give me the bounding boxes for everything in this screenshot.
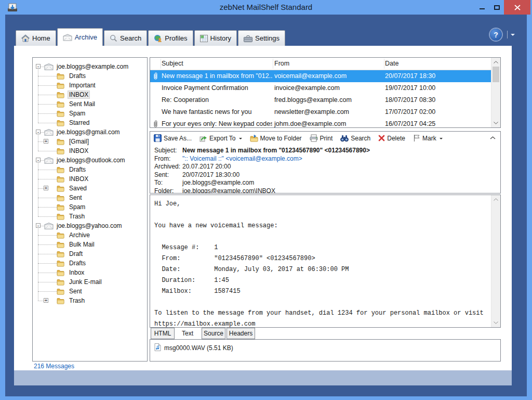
tab-profiles[interactable]: Profiles: [148, 30, 193, 46]
search-binoculars-icon: [340, 135, 349, 142]
message-row[interactable]: Invoice Payment Confirmationinvoice@exam…: [150, 82, 491, 94]
view-tab-text[interactable]: Text: [176, 328, 200, 339]
export-icon: [200, 134, 207, 142]
mark-button[interactable]: Mark: [413, 134, 443, 142]
header-field-value: 20.07.2017 20:00: [182, 163, 231, 170]
collapse-expander-icon[interactable]: -: [36, 64, 41, 69]
folder-row[interactable]: Sent Mail: [33, 99, 147, 109]
folder-row[interactable]: Draft: [33, 249, 147, 259]
header-field-label: To:: [150, 179, 182, 186]
folder-row[interactable]: INBOX: [33, 146, 147, 156]
archive-envelope-icon: [63, 34, 72, 41]
folder-row[interactable]: +Trash: [33, 296, 147, 305]
minimize-button[interactable]: [475, 0, 489, 15]
attachment-item[interactable]: msg0000.WAV (5.51 KB): [164, 344, 233, 352]
message-row[interactable]: New message 1 in mailbox from "012...voi…: [150, 70, 491, 82]
dropdown-caret-icon[interactable]: [440, 138, 443, 141]
folder-row[interactable]: Archive: [33, 230, 147, 240]
tab-home[interactable]: Home: [16, 30, 56, 46]
folder-row[interactable]: Drafts: [33, 165, 147, 174]
message-body-scrollbar[interactable]: [491, 195, 500, 327]
view-tab-source[interactable]: Source: [202, 328, 225, 339]
scroll-down-icon[interactable]: [491, 119, 500, 127]
folder-row[interactable]: Drafts: [33, 71, 147, 81]
message-row[interactable]: We have fantastic news for younewsletter…: [150, 106, 491, 118]
folder-row[interactable]: Important: [33, 81, 147, 90]
move-to-folder-button[interactable]: Move to Folder: [250, 135, 302, 142]
folder-row[interactable]: Sent: [33, 193, 147, 202]
scroll-up-icon[interactable]: [491, 196, 500, 203]
dropdown-caret-icon[interactable]: [239, 138, 242, 141]
close-button[interactable]: [504, 0, 530, 15]
main-tab-bar: HomeArchiveSearchProfilesHistorySettings: [16, 28, 286, 46]
folder-row[interactable]: INBOX: [33, 174, 147, 184]
folder-row[interactable]: Drafts: [33, 259, 147, 268]
account-group: -joe.bloggs@yahoo.comArchiveBulk MailDra…: [33, 221, 147, 305]
tree-connector-stub: [38, 244, 57, 245]
scroll-down-icon[interactable]: [491, 319, 500, 327]
message-subject: We have fantastic news for you: [162, 108, 272, 115]
folder-row[interactable]: +[Gmail]: [33, 137, 147, 146]
toolbar-button-label: Move to Folder: [260, 135, 302, 142]
help-separator: [507, 31, 508, 38]
view-tab-html[interactable]: HTML: [151, 328, 175, 339]
folder-row[interactable]: Inbox: [33, 268, 147, 277]
print-button[interactable]: Print: [310, 134, 333, 142]
expand-expander-icon[interactable]: +: [44, 298, 48, 303]
column-header-subject[interactable]: Subject: [162, 60, 183, 67]
message-list-scrollbar[interactable]: [491, 58, 500, 127]
collapse-expander-icon[interactable]: -: [36, 223, 41, 228]
message-subject: Re: Cooperation: [162, 96, 272, 104]
header-field-value: New message 1 in mailbox from "012345678…: [182, 147, 370, 154]
account-row[interactable]: -joe.bloggs@gmail.com: [33, 127, 147, 137]
folder-row[interactable]: Bulk Mail: [33, 240, 147, 249]
tab-search[interactable]: Search: [104, 30, 147, 46]
save-as-button[interactable]: Save As...: [154, 134, 192, 142]
view-tab-headers[interactable]: Headers: [227, 328, 255, 339]
collapse-expander-icon[interactable]: -: [36, 130, 41, 134]
title-bar: zebNet MailShelf Standard: [0, 0, 532, 15]
account-row[interactable]: -joe.bloggs@example.com: [33, 62, 147, 71]
folder-row[interactable]: Trash: [33, 212, 147, 221]
attachment-panel: msg0000.WAV (5.51 KB): [150, 339, 501, 362]
delete-button[interactable]: Delete: [378, 135, 405, 142]
message-row[interactable]: Re: Cooperationfred.bloggs@example.com18…: [150, 94, 491, 106]
folder-label: INBOX: [68, 147, 89, 154]
mark-flag-icon: [413, 134, 420, 142]
folder-row[interactable]: Spam: [33, 109, 147, 118]
account-row[interactable]: -joe.bloggs@outlook.com: [33, 156, 147, 165]
header-field-value[interactable]: ":: Voicemail ::" <voicemail@example.com…: [182, 155, 302, 162]
folder-label: Drafts: [68, 72, 87, 80]
tree-connector-stub: [38, 123, 57, 123]
column-header-date[interactable]: Date: [385, 60, 398, 67]
header-field-value: joe.bloggs@example.com: [182, 179, 254, 186]
folder-row[interactable]: Sent: [33, 287, 147, 296]
folder-row[interactable]: Starred: [33, 118, 147, 127]
search-button[interactable]: Search: [340, 135, 370, 142]
folder-row[interactable]: Spam: [33, 202, 147, 212]
folder-row[interactable]: INBOX: [33, 90, 147, 99]
export-to-button[interactable]: Export To: [200, 134, 242, 142]
column-header-from[interactable]: From: [274, 60, 289, 67]
collapse-expander-icon[interactable]: -: [36, 158, 41, 162]
collapse-toolbar-icon[interactable]: [490, 136, 496, 139]
expand-expander-icon[interactable]: +: [44, 139, 48, 144]
account-group: -joe.bloggs@outlook.comDraftsINBOX+Saved…: [33, 156, 147, 221]
settings-icon: [244, 35, 252, 42]
folder-row[interactable]: Junk E-mail: [33, 277, 147, 287]
tab-settings[interactable]: Settings: [238, 30, 285, 46]
tab-archive[interactable]: Archive: [57, 28, 103, 46]
folder-row[interactable]: +Saved: [33, 184, 147, 193]
maximize-icon: [494, 5, 500, 10]
message-row[interactable]: For your eyes only: New keypad codesjohm…: [150, 118, 491, 127]
help-button[interactable]: ?: [490, 29, 502, 41]
folder-label: Sent: [68, 194, 83, 201]
maximize-button[interactable]: [490, 0, 503, 15]
tab-history[interactable]: History: [194, 30, 237, 46]
help-dropdown-icon[interactable]: [511, 34, 515, 38]
toolbar-button-label: Delete: [387, 135, 405, 142]
scrollbar-thumb[interactable]: [493, 67, 499, 82]
scroll-up-icon[interactable]: [491, 58, 500, 66]
expand-expander-icon[interactable]: +: [44, 186, 48, 190]
account-row[interactable]: -joe.bloggs@yahoo.com: [33, 221, 147, 230]
